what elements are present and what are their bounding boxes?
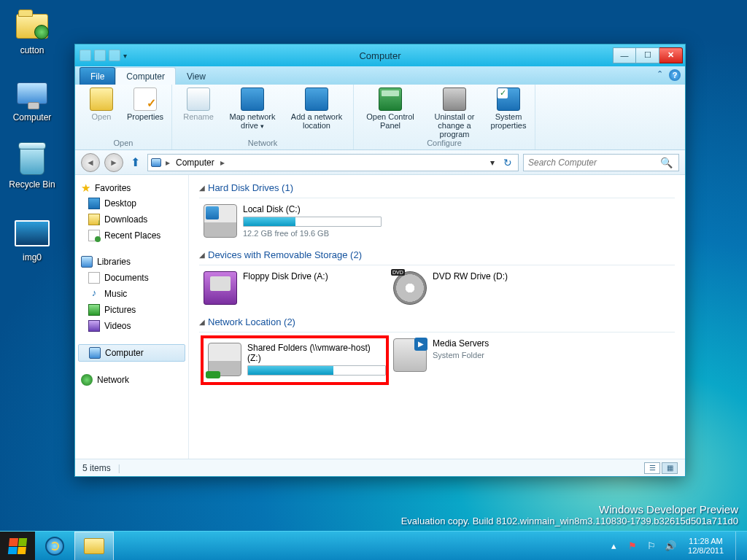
tray-volume-icon[interactable]: 🔊 [665,540,676,552]
computer-icon [15,76,50,111]
image-thumbnail-icon [15,216,50,251]
floppy-icon [204,271,237,305]
search-input[interactable] [524,158,654,168]
tray-security-icon[interactable]: ⚑ [627,540,638,552]
address-bar[interactable]: ▸ Computer ▸ ▾ ↻ [147,154,519,171]
tray-arrow-icon[interactable]: ▴ [608,540,619,552]
music-icon: ♪ [88,288,100,300]
drive-floppy-a[interactable]: Floppy Disk Drive (A:) [204,271,386,305]
add-location-icon [305,88,328,111]
start-button[interactable] [0,532,35,561]
sidebar-item-downloads[interactable]: Downloads [75,211,188,228]
sidebar-libraries[interactable]: Libraries [75,254,188,270]
ribbon-uninstall[interactable]: Uninstall or change a program [424,88,485,139]
rename-icon [187,88,210,111]
search-box[interactable]: 🔍 [523,154,679,171]
hdd-icon [204,204,237,238]
view-tiles-button[interactable]: ▦ [662,462,678,474]
collapse-icon: ◢ [199,318,205,326]
sidebar-item-documents[interactable]: Documents [75,270,188,286]
pictures-icon [88,304,100,316]
help-button[interactable]: ? [669,69,681,81]
breadcrumb-computer[interactable]: Computer [173,156,217,169]
explorer-icon [84,538,104,554]
ribbon-rename[interactable]: Rename [178,88,219,121]
system-properties-icon [497,88,520,111]
ribbon-add-location[interactable]: Add a network location [286,88,347,130]
tray-action-center-icon[interactable]: ⚐ [646,540,657,552]
ribbon: Open Properties Open Rename Map network … [75,85,685,150]
desktop-icon-computer[interactable]: Computer [4,76,60,122]
address-dropdown-icon[interactable]: ▾ [487,158,498,168]
desktop-icon [88,198,100,209]
sidebar-item-network[interactable]: Network [75,372,188,388]
dvd-icon: DVD [393,271,427,305]
up-button[interactable]: ⬆ [128,155,143,169]
content-pane: ◢Hard Disk Drives (1) Local Disk (C:) 12… [189,175,685,459]
navigation-pane: ★Favorites Desktop Downloads Recent Plac… [75,175,189,459]
uninstall-icon [443,88,466,111]
sidebar-item-computer[interactable]: Computer [78,344,185,362]
drive-local-disk-c[interactable]: Local Disk (C:) 12.2 GB free of 19.6 GB [204,204,386,238]
icon-label: Computer [4,112,60,122]
icon-label: img0 [4,252,60,262]
drive-shared-folders-z[interactable]: Shared Folders (\\vmware-host) (Z:) [204,338,386,382]
ribbon-system-properties[interactable]: System properties [488,88,529,130]
search-icon[interactable]: 🔍 [654,157,678,168]
recent-icon [88,230,100,241]
drive-sublabel: System Folder [433,351,576,359]
desktop-icon-cutton[interactable]: cutton [4,9,60,55]
refresh-button[interactable]: ↻ [500,157,515,168]
desktop-icon-img0[interactable]: img0 [4,216,60,262]
taskbar-explorer[interactable] [74,532,114,561]
drive-label: Local Disk (C:) [243,204,386,214]
chevron-right-icon[interactable]: ▸ [166,158,170,168]
show-desktop-button[interactable] [735,532,743,561]
downloads-icon [88,214,100,225]
sidebar-item-videos[interactable]: Videos [75,318,188,334]
titlebar[interactable]: ▾ Computer — ☐ ✕ [75,44,685,66]
desktop-icon-recycle-bin[interactable]: Recycle Bin [4,143,60,190]
section-hard-disk-drives[interactable]: ◢Hard Disk Drives (1) [199,181,675,198]
ribbon-tabs: File Computer View ⌃ ? [75,66,685,85]
open-icon [90,88,113,111]
documents-icon [88,272,100,284]
network-drive-icon [208,343,241,376]
libraries-icon [81,256,93,268]
ribbon-control-panel[interactable]: Open Control Panel [360,88,421,130]
back-button[interactable]: ◄ [81,153,100,172]
explorer-window: ▾ Computer — ☐ ✕ File Computer View ⌃ ? … [74,44,686,477]
folder-icon [15,9,50,44]
taskbar-ie[interactable] [35,532,74,561]
media-server-icon [393,338,427,372]
tab-view[interactable]: View [176,67,217,85]
tab-computer[interactable]: Computer [115,67,176,85]
sidebar-item-music[interactable]: ♪Music [75,286,188,302]
drive-media-servers[interactable]: Media Servers System Folder [393,338,576,382]
ribbon-map-drive[interactable]: Map network drive ▾ [222,88,283,130]
ribbon-properties[interactable]: Properties [125,88,166,121]
collapse-icon: ◢ [199,184,205,192]
sidebar-item-pictures[interactable]: Pictures [75,302,188,318]
ribbon-collapse-icon[interactable]: ⌃ [657,69,663,81]
section-removable-storage[interactable]: ◢Devices with Removable Storage (2) [199,248,675,265]
videos-icon [88,320,100,332]
clock-time: 11:28 AM [688,537,724,546]
ribbon-open[interactable]: Open [81,88,122,121]
tab-file[interactable]: File [80,67,115,85]
ribbon-group-label: Open [75,139,171,149]
sidebar-favorites[interactable]: ★Favorites [75,181,188,195]
forward-button[interactable]: ► [104,153,123,172]
recycle-bin-icon [15,143,50,178]
drive-dvd-d[interactable]: DVD DVD RW Drive (D:) [393,271,576,305]
status-bar: 5 items | ☰ ▦ [75,459,685,476]
sidebar-item-desktop[interactable]: Desktop [75,195,188,211]
ie-icon [45,537,64,556]
view-details-button[interactable]: ☰ [644,462,660,474]
sidebar-item-recent[interactable]: Recent Places [75,228,188,244]
taskbar: ▴ ⚑ ⚐ 🔊 11:28 AM 12/8/2011 [0,531,747,560]
section-network-location[interactable]: ◢Network Location (2) [199,315,675,332]
taskbar-clock[interactable]: 11:28 AM 12/8/2011 [684,537,728,556]
chevron-right-icon[interactable]: ▸ [220,158,225,168]
network-icon [81,374,93,386]
